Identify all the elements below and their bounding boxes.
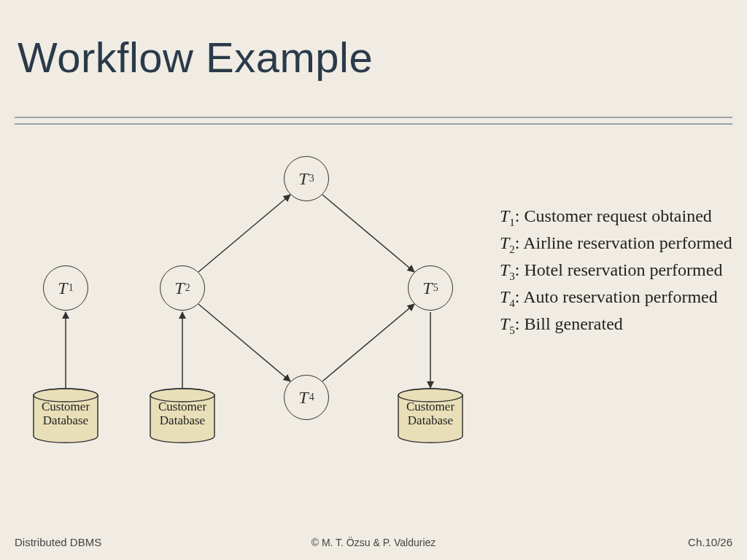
db3-line1: Customer bbox=[406, 400, 454, 413]
legend: T1: Customer request obtained T2: Airlin… bbox=[500, 204, 740, 339]
database-2: Customer Database bbox=[149, 388, 216, 443]
node-t4-sub: 4 bbox=[309, 392, 314, 403]
footer-right: Ch.10/26 bbox=[688, 536, 732, 548]
database-1: Customer Database bbox=[32, 388, 99, 443]
legend-t5: T5: Bill generated bbox=[500, 312, 740, 338]
legend-t4-text: Auto reservation performed bbox=[523, 287, 718, 306]
legend-t2-text: Airline reservation performed bbox=[523, 233, 732, 252]
node-t2-letter: T bbox=[174, 279, 184, 298]
database-1-label: Customer Database bbox=[32, 400, 99, 427]
node-t2: T2 bbox=[160, 265, 205, 311]
svg-line-5 bbox=[322, 304, 414, 381]
node-t1-letter: T bbox=[58, 279, 67, 298]
database-3: Customer Database bbox=[397, 388, 464, 443]
db1-line1: Customer bbox=[42, 400, 90, 413]
node-t4: T4 bbox=[284, 375, 329, 420]
db1-line2: Database bbox=[43, 413, 88, 427]
footer-center: © M. T. Özsu & P. Valduriez bbox=[0, 537, 747, 548]
title-divider bbox=[15, 117, 732, 125]
node-t1: T1 bbox=[43, 265, 88, 311]
slide: Workflow Example T1 T2 T3 T4 bbox=[0, 0, 747, 560]
database-3-label: Customer Database bbox=[397, 400, 464, 427]
legend-t5-text: Bill generated bbox=[525, 314, 623, 333]
node-t5-letter: T bbox=[422, 279, 432, 298]
svg-line-2 bbox=[198, 195, 290, 272]
node-t2-sub: 2 bbox=[185, 282, 190, 294]
node-t3-letter: T bbox=[298, 169, 308, 189]
legend-t3-text: Hotel reservation performed bbox=[525, 260, 723, 279]
legend-t1: T1: Customer request obtained bbox=[500, 204, 740, 230]
db2-line2: Database bbox=[160, 413, 205, 427]
node-t3: T3 bbox=[284, 156, 329, 201]
node-t3-sub: 3 bbox=[309, 173, 314, 184]
svg-line-4 bbox=[322, 195, 414, 272]
db2-line1: Customer bbox=[158, 400, 206, 413]
node-t1-sub: 1 bbox=[69, 282, 74, 294]
legend-t3: T3: Hotel reservation performed bbox=[500, 258, 740, 284]
node-t5-sub: 5 bbox=[433, 282, 438, 294]
svg-line-3 bbox=[198, 304, 290, 381]
legend-t1-text: Customer request obtained bbox=[525, 206, 712, 225]
node-t5: T5 bbox=[408, 265, 453, 311]
node-t4-letter: T bbox=[298, 388, 308, 408]
database-2-label: Customer Database bbox=[149, 400, 216, 427]
slide-title: Workflow Example bbox=[18, 33, 373, 82]
legend-t4: T4: Auto reservation performed bbox=[500, 285, 740, 311]
db3-line2: Database bbox=[408, 413, 453, 427]
legend-t2: T2: Airline reservation performed bbox=[500, 231, 740, 257]
